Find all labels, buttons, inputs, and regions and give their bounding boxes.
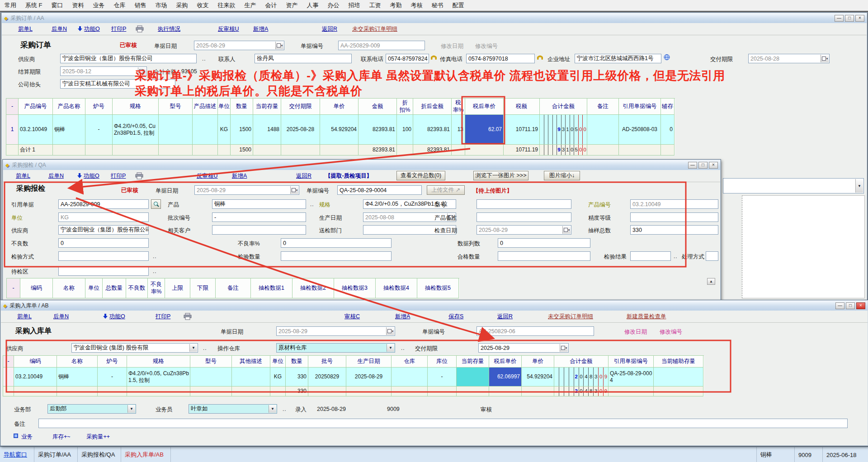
dropdown-arrow-icon[interactable]: ▼ — [269, 405, 276, 413]
biz-dept-dropdown[interactable]: 后勤部▼ — [47, 404, 136, 414]
menu-item[interactable]: 工资 — [365, 1, 386, 9]
cell-row-index[interactable]: 1 — [6, 115, 19, 145]
dropdown-arrow-icon[interactable]: ▼ — [387, 344, 394, 352]
cell-tax-rate[interactable]: 13 — [452, 115, 465, 145]
nav-window-tab[interactable]: 导航窗口 — [0, 447, 34, 462]
supplier-dropdown[interactable]: 宁波金田铜业 (集团) 股份有限▼ — [71, 343, 198, 353]
upload-file-button[interactable]: 上传文件 ↗ — [427, 185, 465, 195]
cell-code[interactable]: 03.2.10049 — [14, 368, 57, 387]
result-field[interactable] — [630, 251, 671, 261]
pending-orders-link[interactable]: 未交采购订单明细 — [352, 25, 397, 33]
calendar-button[interactable]: ▾ — [821, 55, 829, 62]
stock-link[interactable]: 库存+~ — [52, 433, 71, 441]
cell-batch[interactable]: 20250829 — [308, 368, 346, 387]
inspect-method-field[interactable] — [58, 251, 149, 261]
cell-ref[interactable]: QA-25-08-29-0004 — [609, 368, 654, 387]
calendar-button[interactable]: ▾ — [562, 226, 571, 234]
next-image-button[interactable]: 浏览下一张图片 >>> — [473, 171, 528, 180]
maximize-button[interactable]: □ — [698, 162, 708, 169]
batch-no-field[interactable]: - — [212, 212, 306, 222]
menu-item[interactable]: 往来款 — [213, 1, 240, 9]
menu-item[interactable]: 资产 — [282, 1, 302, 9]
cell-furnace[interactable]: - — [85, 115, 113, 145]
model-field[interactable] — [476, 199, 571, 209]
phone-field[interactable]: 0574-87597824 — [386, 54, 429, 63]
menu-item[interactable]: 收支 — [193, 1, 213, 9]
cell-total-amount-grid[interactable]: 9310500 — [540, 115, 587, 145]
extract-qc-items-link[interactable]: 【提取-质检项目】 — [325, 172, 372, 180]
menu-item[interactable]: 系统 F — [21, 1, 47, 9]
defect-rate-field[interactable]: 0 — [281, 238, 392, 248]
cell-note[interactable] — [587, 115, 619, 145]
menu-item[interactable]: 招培 — [344, 1, 365, 9]
menu-item[interactable]: 市场 — [151, 1, 172, 9]
menu-item[interactable]: 仓库 — [109, 1, 130, 9]
cell-tax-price-selected[interactable]: 62.07 — [465, 115, 504, 145]
menu-item[interactable]: 生产 — [240, 1, 261, 9]
purchase-qty-link[interactable]: 采购量++ — [86, 433, 110, 441]
cell-tax[interactable]: 10711.19 — [504, 115, 540, 145]
tab-inspection[interactable]: 采购报检/QA — [78, 447, 121, 462]
product-note-field[interactable] — [476, 212, 571, 222]
add-new-link[interactable]: 新增A — [253, 25, 268, 33]
business-tab[interactable]: 业务 — [21, 433, 33, 441]
maximize-button[interactable]: □ — [845, 15, 854, 22]
doc-no-field[interactable]: AB-250829-06 — [476, 326, 594, 336]
inspect-qty-field[interactable] — [281, 251, 392, 261]
doc-date-field[interactable]: 2025-08-29▾ — [276, 326, 395, 336]
return-link[interactable]: 返回R — [497, 313, 513, 321]
unit-field[interactable]: KG — [58, 212, 149, 222]
supplier-field[interactable]: 宁波金田铜业（集团）股份有限公司 — [58, 225, 149, 235]
clerk-picker-dots[interactable]: .. — [283, 406, 287, 412]
cell-product-code[interactable]: 03.2.10049 — [19, 115, 53, 145]
product-code-field[interactable]: 03.2.10049 — [630, 199, 718, 209]
doc-date-field[interactable]: 2025-08-29▾ — [194, 41, 284, 50]
menu-item[interactable]: 配置 — [448, 1, 469, 9]
supplier-picker-dots[interactable]: .. — [202, 56, 206, 62]
menu-item[interactable]: 办公 — [323, 1, 344, 9]
deliver-field[interactable]: 2025-08-28▾ — [748, 54, 830, 63]
next-doc-link[interactable]: 后单N — [52, 25, 67, 33]
waiting-area-field[interactable] — [58, 266, 149, 276]
result-picker-dots[interactable]: .. — [674, 253, 678, 259]
menu-item[interactable]: 采购 — [172, 1, 193, 9]
cell-unit[interactable]: KG — [270, 368, 286, 387]
cell-discount[interactable]: 100 — [397, 115, 413, 145]
calendar-button[interactable]: ▾ — [560, 344, 568, 352]
ref-doc-field[interactable]: AA-250829-009 — [58, 199, 149, 209]
cell-stock-highlight[interactable] — [457, 368, 489, 387]
cell-ref[interactable]: AD-250808-03 — [619, 115, 661, 145]
new-qc-link[interactable]: 新建质量检查单 — [627, 313, 666, 321]
cell-product-name[interactable]: 铜棒 — [53, 115, 85, 145]
cell-location[interactable]: - — [428, 368, 457, 387]
unaudit-link[interactable]: 反审核U — [218, 25, 239, 33]
supplier-field[interactable]: 宁波金田铜业（集团）股份有限公司 — [60, 54, 197, 63]
address-field[interactable]: 宁波市江北区慈城城西西路1号 — [575, 54, 661, 63]
clerk-dropdown[interactable]: 叶章如▼ — [189, 404, 277, 414]
fax-field[interactable]: 0574-87597018 — [466, 54, 535, 63]
supplier-picker-dots[interactable]: .. — [203, 345, 207, 351]
remark-textarea[interactable]: ▼ — [723, 178, 864, 193]
exec-status-link[interactable]: 执行情况 — [158, 25, 180, 33]
doc-no-field[interactable]: QA-25-08-29-0004 — [337, 185, 422, 195]
product-picker-dots[interactable]: .. — [310, 201, 314, 207]
cell-deliver[interactable]: 2025-08-28 — [281, 115, 320, 145]
cell-amount[interactable]: 82393.81 — [359, 115, 397, 145]
scroll-down-button[interactable]: ▼ — [855, 179, 863, 193]
cell-spec[interactable]: Φ4.2/0/+0.05, CuZn38Pb1.5, 拉制 — [127, 368, 190, 387]
print-link[interactable]: 打印P — [156, 313, 170, 321]
prev-doc-link[interactable]: 前单L — [17, 313, 32, 321]
printer-icon[interactable] — [184, 313, 192, 321]
data-cols-field[interactable]: 0 — [498, 238, 590, 248]
menu-item[interactable]: 常用 — [0, 1, 21, 9]
check-date-field[interactable]: 2025-08-29▾ — [476, 225, 571, 235]
dropdown-arrow-icon[interactable]: ▼ — [127, 405, 135, 413]
cell-stock[interactable]: 1488 — [253, 115, 281, 145]
note-field[interactable] — [38, 419, 848, 428]
doc-no-field[interactable]: AA-250829-009 — [338, 41, 425, 50]
function-link[interactable]: 功能O — [84, 25, 100, 33]
menu-item[interactable]: 考勤 — [386, 1, 406, 9]
cell-warehouse[interactable] — [392, 368, 428, 387]
sample-total-field[interactable]: 330 — [630, 225, 718, 235]
maximize-button[interactable]: □ — [846, 302, 855, 309]
